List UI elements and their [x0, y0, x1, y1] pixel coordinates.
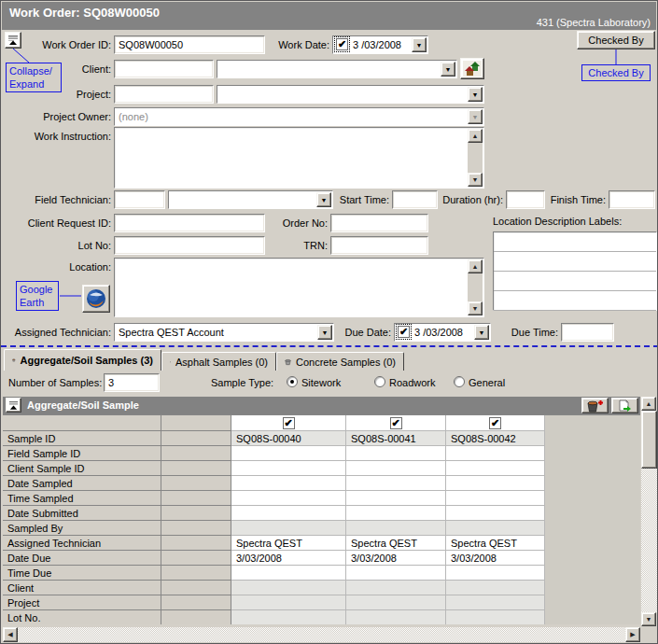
horizontal-scroll-track[interactable] — [18, 627, 625, 642]
grid-cell[interactable]: SQ08S-00042 — [446, 431, 545, 446]
grid-cell[interactable] — [446, 581, 545, 595]
lot-no-input[interactable] — [114, 236, 265, 255]
work-date-picker[interactable]: ✔ 3 /03/2008 ▼ — [332, 35, 428, 54]
grid-cell[interactable] — [346, 566, 446, 581]
grid-cell[interactable]: SQ08S-00040 — [231, 431, 346, 446]
grid-cell[interactable] — [346, 581, 446, 595]
grid-cell[interactable]: Spectra QEST — [346, 536, 446, 551]
export-samples-button[interactable] — [611, 398, 638, 413]
grid-cell[interactable] — [231, 446, 346, 461]
grid-cell[interactable] — [446, 521, 545, 536]
grid-cell[interactable] — [231, 581, 346, 595]
grid-cell[interactable]: SQ08S-00041 — [346, 431, 446, 446]
grid-cell[interactable] — [346, 491, 446, 506]
splitter-dashed-line[interactable] — [1, 345, 658, 347]
grid-cell[interactable] — [346, 595, 446, 610]
field-technician-combo[interactable]: ▼ — [168, 190, 333, 209]
grid-cell[interactable] — [446, 595, 545, 610]
radio-roadwork[interactable] — [374, 376, 385, 387]
grid-cell[interactable] — [231, 491, 346, 506]
radio-label-general[interactable]: General — [469, 377, 505, 388]
dropdown-icon[interactable]: ▼ — [468, 87, 483, 102]
grid-cell[interactable]: 3/03/2008 — [346, 551, 446, 566]
dropdown-icon[interactable]: ▼ — [412, 37, 427, 52]
project-combo[interactable]: ▼ — [217, 85, 484, 104]
location-label-row[interactable] — [494, 232, 656, 252]
tab-aggregate-soil-samples-3-[interactable]: Aggregate/Soil Samples (3) — [4, 349, 161, 371]
grid-cell[interactable]: Spectra QEST — [231, 536, 346, 551]
checked-by-button[interactable]: Checked By — [577, 31, 655, 49]
number-of-samples-input[interactable] — [104, 373, 160, 392]
scroll-right-icon[interactable]: ▶ — [625, 627, 640, 642]
vertical-scroll-track[interactable] — [641, 469, 657, 612]
order-no-input[interactable] — [330, 214, 428, 232]
scroll-up-icon[interactable]: ▲ — [641, 397, 656, 411]
grid-cell[interactable] — [231, 461, 346, 476]
grid-cell[interactable] — [346, 610, 446, 624]
section-collapse-button[interactable] — [6, 398, 21, 413]
finish-time-input[interactable] — [609, 190, 655, 209]
work-instruction-textarea[interactable]: ▲ ▼ — [114, 127, 484, 189]
location-textarea[interactable]: ▲ ▼ — [114, 258, 484, 317]
dropdown-icon[interactable]: ▼ — [441, 62, 455, 77]
location-scrollbar[interactable]: ▲ ▼ — [468, 259, 483, 315]
tab-concrete-samples-0-[interactable]: Concrete Samples (0) — [276, 352, 404, 371]
grid-cell[interactable] — [346, 506, 446, 521]
radio-label-sitework[interactable]: Sitework — [301, 377, 341, 388]
client-code-input[interactable] — [114, 60, 214, 78]
sample-checkbox[interactable]: ✔ — [390, 417, 402, 429]
scroll-down-icon[interactable]: ▼ — [468, 173, 483, 187]
grid-cell[interactable] — [231, 566, 346, 581]
work-instruction-scrollbar[interactable]: ▲ ▼ — [468, 129, 483, 187]
grid-cell[interactable]: Spectra QEST — [446, 536, 545, 551]
grid-cell[interactable] — [346, 476, 446, 491]
grid-cell[interactable] — [346, 521, 446, 536]
grid-cell[interactable] — [446, 461, 545, 476]
location-label-row[interactable] — [494, 252, 656, 272]
duration-input[interactable] — [506, 190, 545, 209]
radio-general[interactable] — [454, 376, 465, 387]
assigned-technician-combo[interactable]: Spectra QEST Account ▼ — [114, 323, 334, 342]
field-technician-code-input[interactable] — [114, 190, 165, 209]
grid-vertical-scrollbar[interactable]: ▲ ▼ — [641, 397, 657, 626]
vertical-scroll-thumb[interactable] — [641, 411, 657, 469]
grid-cell[interactable]: 3/03/2008 — [231, 551, 346, 566]
location-label-row[interactable] — [494, 272, 656, 291]
dropdown-icon[interactable]: ▼ — [474, 325, 489, 340]
grid-cell[interactable] — [446, 610, 545, 624]
grid-cell[interactable]: 3/03/2008 — [446, 551, 545, 566]
scroll-down-icon[interactable]: ▼ — [468, 301, 483, 315]
grid-cell[interactable] — [231, 610, 346, 624]
scroll-left-icon[interactable]: ◀ — [3, 627, 18, 642]
scroll-up-icon[interactable]: ▲ — [468, 259, 483, 273]
sample-checkbox[interactable]: ✔ — [489, 417, 501, 429]
grid-cell[interactable] — [346, 461, 446, 476]
radio-sitework[interactable] — [287, 376, 298, 387]
grid-horizontal-scrollbar[interactable]: ◀ ▶ — [3, 627, 640, 642]
due-date-checkbox[interactable]: ✔ — [398, 326, 410, 338]
due-date-picker[interactable]: ✔ 3 /03/2008 ▼ — [394, 323, 491, 342]
client-request-id-input[interactable] — [114, 214, 265, 232]
client-browse-button[interactable] — [460, 58, 484, 79]
scroll-down-icon[interactable]: ▼ — [641, 612, 656, 626]
trn-input[interactable] — [330, 236, 428, 255]
grid-cell[interactable] — [231, 521, 346, 536]
radio-label-roadwork[interactable]: Roadwork — [389, 377, 436, 388]
due-time-input[interactable] — [561, 323, 614, 342]
dropdown-icon[interactable]: ▼ — [316, 192, 331, 207]
grid-cell[interactable] — [346, 446, 446, 461]
tab-asphalt-samples-0-[interactable]: Asphalt Samples (0) — [161, 352, 276, 371]
grid-cell[interactable] — [446, 566, 545, 581]
grid-cell[interactable] — [231, 595, 346, 610]
add-sample-button[interactable] — [581, 398, 609, 413]
project-owner-combo[interactable]: (none) ▼ — [114, 107, 484, 126]
scroll-up-icon[interactable]: ▲ — [468, 129, 483, 143]
grid-cell[interactable] — [446, 446, 545, 461]
grid-cell[interactable] — [231, 506, 346, 521]
grid-cell[interactable] — [231, 476, 346, 491]
client-combo[interactable]: ▼ — [217, 60, 457, 78]
start-time-input[interactable] — [392, 190, 438, 209]
sample-checkbox[interactable]: ✔ — [283, 417, 295, 429]
location-label-row[interactable] — [494, 291, 656, 311]
project-code-input[interactable] — [114, 85, 214, 104]
